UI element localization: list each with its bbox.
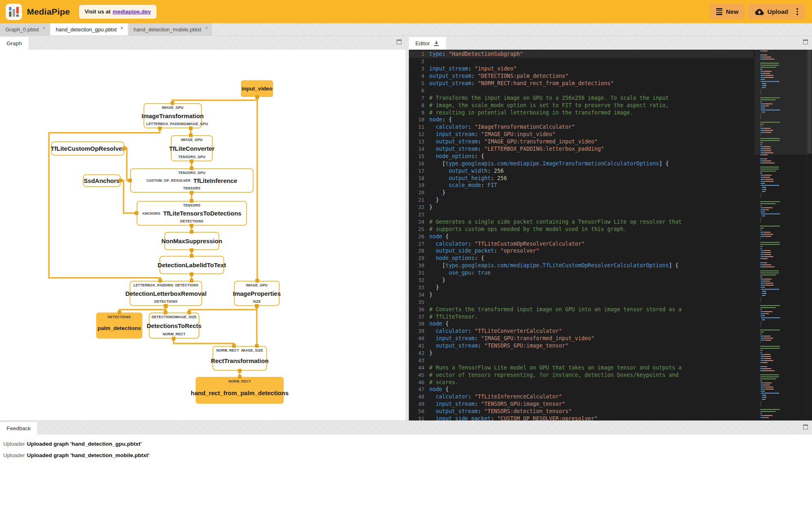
code-line: 18 output_height: 256 [409, 174, 753, 182]
tab-editor[interactable]: Editor [409, 37, 446, 50]
code-line: 14 output_stream: "LETTERBOX_PADDING:let… [409, 145, 753, 153]
code-line: 21 } [409, 196, 753, 204]
line-number: 39 [409, 328, 429, 334]
port-label-image_size: IMAGE_SIZE [175, 315, 196, 319]
graph-canvas[interactable]: input_videoIMAGE_GPUImageTransformationL… [0, 50, 406, 420]
graph-node-DetectionsToRects[interactable]: DETECTIONSIMAGE_SIZEDetectionsToRectsNOR… [149, 312, 199, 339]
graph-node-TfLiteTensorsToDetections[interactable]: TENSORSANCHORSTfLiteTensorsToDetectionsD… [137, 201, 247, 226]
close-tab-icon[interactable]: × [205, 25, 208, 31]
line-number: 2 [409, 58, 429, 64]
graph-node-ImageTransformation[interactable]: IMAGE_GPUImageTransformationLETTERBOX_PA… [143, 103, 202, 128]
code-line: 5output_stream: "NORM_RECT:hand_rect_fro… [409, 80, 753, 87]
new-button[interactable]: New [710, 4, 745, 20]
code-line: 19 scale_mode: FIT [409, 182, 753, 189]
code-line: 36# Converts the transformed input image… [409, 306, 753, 313]
graph-node-ImageProperties[interactable]: IMAGE_GPUImagePropertiesSIZE [234, 281, 280, 306]
edge-DetectionsToRects-to-RectTransformation [174, 339, 234, 346]
port-label-anchors: ANCHORS [142, 211, 160, 216]
code-line: 7# Transforms the input image on GPU to … [409, 94, 753, 101]
mediapipe-visualizer: MediaPipe Visit us at mediapipe.dev New … [0, 0, 812, 506]
port-label-norm_rect: NORM_RECT [228, 379, 251, 383]
code-line: 46# scores. [409, 378, 753, 386]
graph-node-TfLiteCustomOpResolver[interactable]: TfLiteCustomOpResolver [51, 141, 124, 156]
node-title: ImageTransformation [141, 112, 204, 119]
line-number: 33 [409, 284, 429, 290]
graph-node-TfLiteInference[interactable]: TENSORS_GPUCUSTOM_OP_RESOLVERTfLiteInfer… [130, 168, 254, 193]
code-line: 38node { [409, 320, 753, 328]
port-label-letterbox_padding: LETTERBOX_PADDING [133, 283, 173, 287]
download-icon[interactable] [433, 40, 439, 46]
code-line: 1type: "HandDetectionSubgraph" [409, 51, 753, 58]
graph-node-SsdAnchors[interactable]: SsdAnchors [83, 174, 121, 187]
port-label-tensors_gpu: TENSORS_GPU [178, 171, 205, 175]
code-line: 9# resulting in potential letterboxing i… [409, 109, 753, 116]
code-line: 35 [409, 298, 753, 306]
cloud-upload-icon [755, 9, 764, 15]
code-line: 41 output_stream: "TENSORS_GPU:image_ten… [409, 342, 753, 350]
node-title: RectTransformation [211, 357, 269, 364]
code-line: 28 output_side_packet: "opresolver" [409, 247, 753, 255]
editor-expand-icon[interactable] [803, 40, 808, 44]
more-options-icon[interactable] [795, 8, 798, 15]
graph-node-input_video[interactable]: input_video [241, 80, 273, 97]
port-label-letterbox_padding: LETTERBOX_PADDING [146, 122, 186, 126]
graph-node-hand_rect_from_palm_detections[interactable]: NORM_RECThand_rect_from_palm_detections [196, 377, 284, 404]
line-number: 35 [409, 299, 429, 305]
node-title: DetectionLabelIdToText [158, 262, 226, 268]
editor-panel-strip: Editor [409, 36, 812, 50]
line-number: 20 [409, 189, 429, 196]
code-lines: 1type: "HandDetectionSubgraph"23input_st… [409, 51, 753, 420]
port-label-detections: DETECTIONS [180, 219, 203, 223]
graph-node-DetectionLabelIdToText[interactable]: DetectionLabelIdToText [159, 256, 224, 274]
close-tab-icon[interactable]: × [42, 25, 45, 31]
code-line: 45# vector of tensors representing, for … [409, 371, 753, 378]
port-label-norm_rect: NORM_RECT [216, 348, 239, 352]
graph-node-palm_detections[interactable]: DETECTIONSpalm_detections [96, 312, 142, 339]
close-tab-icon[interactable]: × [120, 25, 123, 31]
port-label-tensors_gpu: TENSORS_GPU [178, 155, 205, 159]
new-list-icon [716, 7, 722, 16]
file-tab-hand_detection_mobile.pbtxt[interactable]: hand_detection_mobile.pbtxt× [128, 23, 212, 35]
code-line: 3input_stream: "input_video" [409, 65, 753, 73]
port-label-image_size: IMAGE_SIZE [241, 348, 263, 352]
node-title: TfLiteCustomOpResolver [51, 145, 125, 152]
file-tab-hand_detection_gpu.pbtxt[interactable]: hand_detection_gpu.pbtxt× [51, 23, 128, 35]
upload-button[interactable]: Upload [748, 4, 805, 20]
code-line: 27 calculator: "TfLiteCustomOpResolverCa… [409, 240, 753, 247]
graph-expand-icon[interactable] [397, 40, 402, 44]
code-line: 11 calculator: "ImageTransformationCalcu… [409, 123, 753, 131]
edge-input_video-to-ImageTransformation [172, 97, 257, 103]
graph-node-TfLiteConverter[interactable]: IMAGE_GPUTfLiteConverterTENSORS_GPU [171, 135, 213, 161]
code-editor[interactable]: 1type: "HandDetectionSubgraph"23input_st… [409, 50, 812, 420]
scrollbar-thumb[interactable] [808, 50, 812, 154]
line-number: 11 [409, 124, 429, 130]
line-number: 26 [409, 233, 429, 240]
line-number: 28 [409, 248, 429, 254]
graph-node-RectTransformation[interactable]: NORM_RECTIMAGE_SIZERectTransformation [212, 346, 267, 371]
node-title: hand_rect_from_palm_detections [191, 389, 289, 396]
code-line: 32 } [409, 277, 753, 284]
feedback-source: Uploader [0, 452, 27, 458]
port-label-tensors: TENSORS [183, 203, 201, 207]
visit-us-text: Visit us at [85, 9, 111, 15]
tab-graph[interactable]: Graph [0, 37, 29, 50]
line-number: 9 [409, 110, 429, 116]
code-line: 49 input_stream: "TENSORS_GPU:image_tens… [409, 400, 753, 408]
graph-node-DetectionLetterboxRemoval[interactable]: LETTERBOX_PADDINGDETECTIONSDetectionLett… [130, 281, 202, 306]
feedback-expand-icon[interactable] [803, 425, 808, 429]
feedback-message: Uploaded graph 'hand_detection_gpu.pbtxt… [27, 441, 142, 447]
node-title: NonMaxSuppression [161, 238, 222, 244]
editor-scrollbar[interactable] [806, 50, 812, 420]
mediapipe-dev-link[interactable]: mediapipe.dev [113, 9, 151, 15]
code-line: 51 input_side_packet: "CUSTOM_OP_RESOLVE… [409, 415, 753, 420]
line-number: 3 [409, 66, 429, 72]
graph-node-NonMaxSuppression[interactable]: NonMaxSuppression [164, 232, 219, 250]
line-number: 45 [409, 372, 429, 378]
edge-DetectionLetterboxRemoval-to-palm_detections [119, 306, 166, 312]
file-tab-Graph_0.pbtxt[interactable]: Graph_0.pbtxt× [0, 23, 50, 35]
panel-splitter[interactable] [406, 36, 409, 420]
tab-feedback[interactable]: Feedback [0, 422, 37, 435]
line-number: 38 [409, 321, 429, 327]
editor-minimap[interactable] [760, 50, 797, 420]
code-line: 47node { [409, 386, 753, 393]
